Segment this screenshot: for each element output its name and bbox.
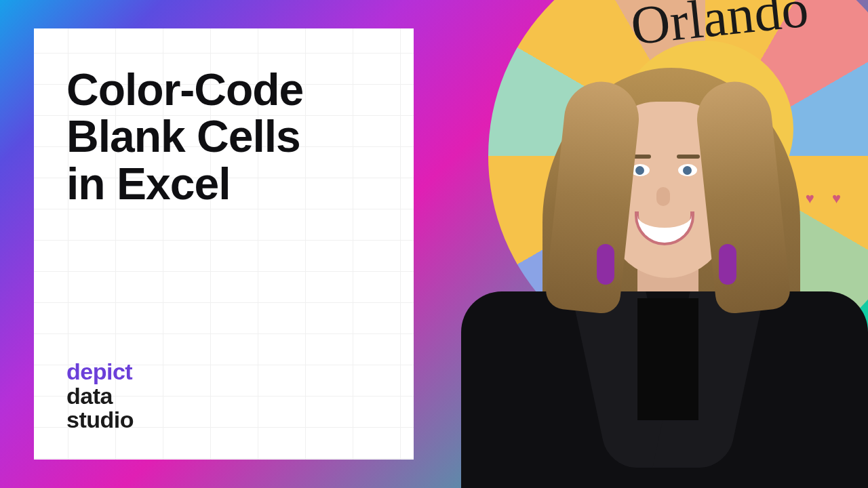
title-line: in Excel: [66, 161, 385, 207]
eye: [678, 164, 697, 176]
video-title: Color-Code Blank Cells in Excel: [66, 66, 385, 207]
earring: [719, 244, 736, 285]
thumbnail-frame: Orlando ♥ ♥ Color-Code Blank Cells: [0, 0, 868, 488]
brand-logo: depict data studio: [66, 360, 385, 432]
eyebrow: [677, 155, 700, 159]
title-line: Blank Cells: [66, 113, 385, 160]
title-line: Color-Code: [66, 66, 385, 113]
earring: [597, 244, 614, 285]
logo-word-1: depict: [66, 360, 385, 384]
nose: [656, 187, 670, 206]
title-card: Color-Code Blank Cells in Excel depict d…: [34, 28, 414, 460]
photo-background: Orlando ♥ ♥: [393, 0, 868, 488]
presenter-photo: [434, 41, 868, 488]
shirt: [637, 298, 698, 420]
logo-word-3: studio: [66, 408, 385, 432]
logo-word-2: data: [66, 384, 385, 409]
